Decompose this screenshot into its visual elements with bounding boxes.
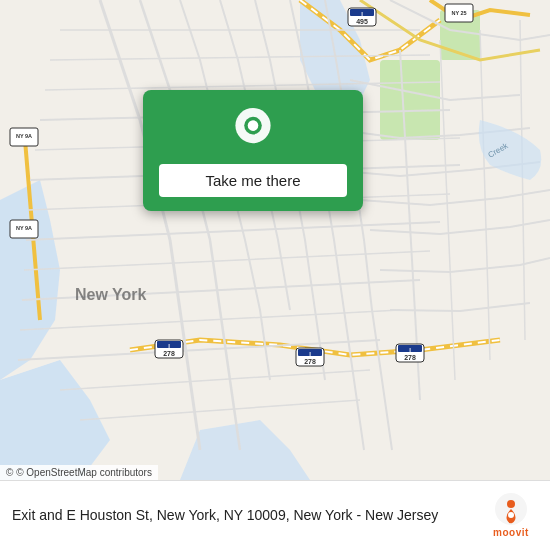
svg-rect-5 <box>380 60 440 140</box>
svg-text:NY 25: NY 25 <box>451 10 466 16</box>
bottom-bar: Exit and E Houston St, New York, NY 1000… <box>0 480 550 550</box>
svg-text:NY 9A: NY 9A <box>16 225 32 231</box>
svg-text:278: 278 <box>404 354 416 361</box>
location-card: Take me there <box>143 90 363 211</box>
moovit-brand-icon <box>495 493 527 525</box>
map-attribution: © © OpenStreetMap contributors <box>0 465 158 480</box>
svg-point-53 <box>507 500 515 508</box>
svg-text:495: 495 <box>356 18 368 25</box>
map-background: I 495 NY 9A NY 9A NY 25 I 278 I 278 I 27… <box>0 0 550 480</box>
location-pin-icon <box>231 108 275 152</box>
moovit-logo: moovit <box>484 493 538 538</box>
svg-text:NY 9A: NY 9A <box>16 133 32 139</box>
svg-text:New York: New York <box>75 286 147 303</box>
address-text: Exit and E Houston St, New York, NY 1000… <box>12 506 474 526</box>
take-me-there-button[interactable]: Take me there <box>159 164 347 197</box>
svg-text:278: 278 <box>163 350 175 357</box>
map-container: I 495 NY 9A NY 9A NY 25 I 278 I 278 I 27… <box>0 0 550 480</box>
svg-point-51 <box>248 120 259 131</box>
moovit-brand-text: moovit <box>493 527 529 538</box>
svg-text:278: 278 <box>304 358 316 365</box>
copyright-symbol: © <box>6 467 13 478</box>
svg-point-54 <box>508 512 514 518</box>
attribution-text: © OpenStreetMap contributors <box>16 467 152 478</box>
